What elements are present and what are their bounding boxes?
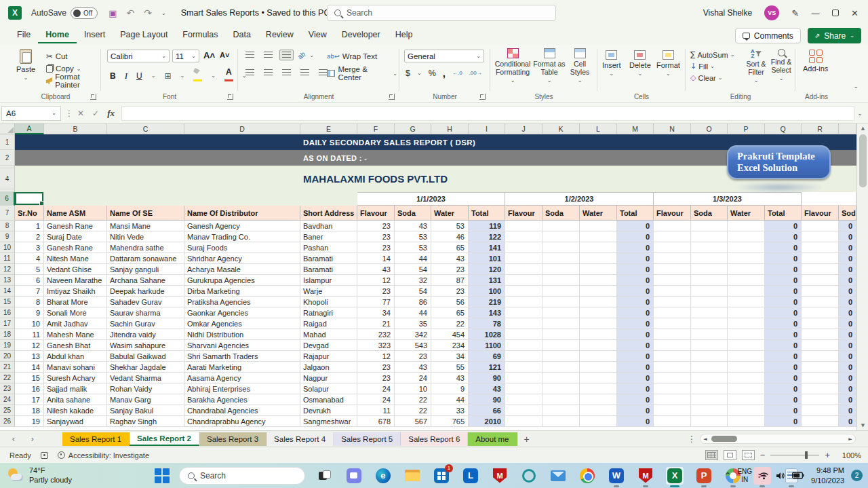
cell-empty[interactable]: [542, 275, 580, 286]
cell-total[interactable]: 0: [839, 253, 856, 264]
minimize-button[interactable]: —: [811, 8, 820, 18]
cell-empty[interactable]: [505, 286, 542, 297]
date-header-1-1-2023[interactable]: 1/1/2023: [357, 192, 505, 206]
bold-button[interactable]: B: [110, 71, 116, 81]
mcafee-button[interactable]: M: [491, 467, 509, 485]
cell-name-distributor[interactable]: Aasama Agency: [184, 373, 300, 383]
cell-soda[interactable]: 43: [395, 221, 431, 231]
scroll-down-icon[interactable]: ▼: [857, 421, 868, 430]
cell-total[interactable]: 90: [469, 373, 505, 383]
cell-water[interactable]: 43: [431, 373, 469, 383]
cell-name-distributor[interactable]: Chandrabal Agencies: [184, 405, 300, 416]
cell-empty[interactable]: [505, 373, 542, 383]
row-header-15[interactable]: 15: [0, 297, 15, 307]
cell-srno[interactable]: 13: [15, 351, 44, 362]
blank-cell[interactable]: [44, 192, 357, 206]
cell-empty[interactable]: [505, 394, 542, 405]
cell-empty[interactable]: [802, 307, 839, 318]
cell-total[interactable]: 0: [617, 362, 654, 373]
cell-short-address[interactable]: Khopoli: [300, 297, 357, 307]
cell-soda[interactable]: 54: [395, 286, 431, 297]
cell-name-se[interactable]: Nitin Vede: [107, 231, 184, 242]
cell-empty[interactable]: [691, 394, 728, 405]
cell-empty[interactable]: [728, 394, 765, 405]
cell-name-distributor[interactable]: Suraj Foods: [184, 242, 300, 253]
name-box-handle[interactable]: ⋮: [65, 109, 73, 118]
addins-button[interactable]: Add-ins: [803, 50, 828, 73]
cell-empty[interactable]: [505, 253, 542, 264]
cell-total[interactable]: 120: [469, 264, 505, 275]
cell-name-distributor[interactable]: Shridhar Agency: [184, 253, 300, 264]
cell-soda[interactable]: 35: [395, 318, 431, 329]
cell-total[interactable]: 0: [765, 318, 802, 329]
cell-name-asm[interactable]: Sanjaywad: [44, 416, 107, 427]
font-size-select[interactable]: 11⌄: [172, 50, 199, 62]
cell-empty[interactable]: [580, 297, 617, 307]
cell-empty[interactable]: [654, 318, 691, 329]
cell-total[interactable]: 90: [469, 394, 505, 405]
cell-empty[interactable]: [691, 275, 728, 286]
clear-button[interactable]: ◇Clear⌄: [690, 72, 734, 83]
share-button[interactable]: ⇗ Share ⌄: [808, 28, 861, 43]
cell-srno[interactable]: 10: [15, 318, 44, 329]
cell-flavour[interactable]: 232: [357, 329, 395, 340]
cell-empty[interactable]: [691, 416, 728, 427]
autosave-toggle[interactable]: AutoSave Off: [31, 7, 98, 19]
cell-empty[interactable]: [728, 405, 765, 416]
cell-total[interactable]: 0: [765, 264, 802, 275]
cell-total[interactable]: 0: [839, 373, 856, 383]
cell-empty[interactable]: [580, 405, 617, 416]
cell-total[interactable]: 0: [765, 231, 802, 242]
cell-empty[interactable]: [505, 329, 542, 340]
cell-empty[interactable]: [542, 264, 580, 275]
cell-empty[interactable]: [654, 297, 691, 307]
cell-empty[interactable]: [580, 383, 617, 394]
cell-flavour[interactable]: 23: [357, 221, 395, 231]
cell-empty[interactable]: [654, 405, 691, 416]
cell-name-se[interactable]: Wasim sahapure: [107, 340, 184, 351]
cell-short-address[interactable]: Sangmeshwar: [300, 416, 357, 427]
row-header-2[interactable]: 2: [0, 150, 15, 166]
cell-empty[interactable]: [505, 307, 542, 318]
cell-flavour[interactable]: 23: [357, 373, 395, 383]
header-soda[interactable]: Soda: [691, 206, 728, 221]
cell-total[interactable]: 0: [617, 264, 654, 275]
cell-total[interactable]: 0: [617, 394, 654, 405]
cell-soda[interactable]: 86: [395, 297, 431, 307]
cell-water[interactable]: 46: [431, 231, 469, 242]
header-soda[interactable]: Soda: [395, 206, 431, 221]
prev-sheet-icon[interactable]: ‹: [8, 434, 19, 444]
cell-empty[interactable]: [728, 329, 765, 340]
zoom-level[interactable]: 100%: [835, 451, 861, 459]
cell-flavour[interactable]: 77: [357, 297, 395, 307]
cell-total[interactable]: 0: [617, 351, 654, 362]
cell-total[interactable]: 143: [469, 307, 505, 318]
cell-flavour[interactable]: 34: [357, 307, 395, 318]
cell-short-address[interactable]: Baner: [300, 231, 357, 242]
cell-empty[interactable]: [542, 286, 580, 297]
cell-soda[interactable]: 10: [395, 383, 431, 394]
cell-srno[interactable]: 3: [15, 242, 44, 253]
cell-total[interactable]: 78: [469, 318, 505, 329]
row-header-12[interactable]: 12: [0, 264, 15, 275]
cell-total[interactable]: 0: [617, 242, 654, 253]
accounting-format-button[interactable]: $: [406, 69, 410, 78]
cell-name-distributor[interactable]: Aarati Marketing: [184, 362, 300, 373]
cell-srno[interactable]: 12: [15, 340, 44, 351]
cell-total[interactable]: 0: [765, 221, 802, 231]
header-soda[interactable]: Soda: [542, 206, 580, 221]
cell-empty[interactable]: [505, 275, 542, 286]
cell-total[interactable]: 0: [765, 383, 802, 394]
cell-water[interactable]: 56: [431, 297, 469, 307]
header-name-se[interactable]: Name Of SE: [107, 206, 184, 221]
menu-tab-data[interactable]: Data: [225, 27, 258, 43]
cell-total[interactable]: 0: [839, 297, 856, 307]
cell-empty[interactable]: [580, 221, 617, 231]
cell-flavour[interactable]: 23: [357, 362, 395, 373]
column-header-C[interactable]: C: [107, 124, 184, 134]
cell-srno[interactable]: 14: [15, 362, 44, 373]
cell-total[interactable]: 0: [839, 351, 856, 362]
fill-button[interactable]: ↓Fill⌄: [690, 60, 734, 72]
cell-empty[interactable]: [654, 307, 691, 318]
cell-empty[interactable]: [802, 264, 839, 275]
